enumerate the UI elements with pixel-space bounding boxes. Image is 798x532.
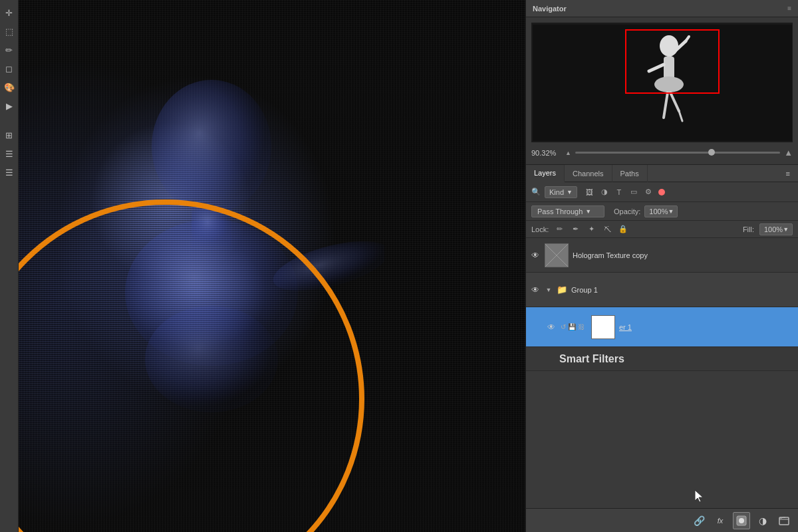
fill-input[interactable]: 100% ▼ bbox=[759, 223, 793, 235]
chain-icon: ⛓ bbox=[578, 323, 585, 331]
filter-kind-chevron: ▼ bbox=[567, 189, 573, 196]
arrange-tool[interactable]: ⊞ bbox=[2, 128, 17, 142]
svg-point-0 bbox=[152, 80, 271, 213]
properties-tool[interactable]: ☰ bbox=[2, 146, 17, 161]
visibility-group1[interactable]: 👁 bbox=[530, 285, 541, 295]
layers-panel: Layers Channels Paths ≡ 🔍 Kind ▼ 🖼 ◑ T ▭… bbox=[526, 165, 798, 532]
navigator-content: 90.32% ▲ ▲ bbox=[526, 17, 798, 164]
move-tool[interactable]: ✛ bbox=[2, 5, 17, 20]
canvas-area bbox=[19, 0, 525, 532]
smart-filters-label: Smart Filters bbox=[559, 353, 624, 365]
tab-layers[interactable]: Layers bbox=[526, 165, 565, 182]
layers-panel-menu[interactable]: ≡ bbox=[778, 165, 798, 182]
lock-label: Lock: bbox=[531, 225, 549, 233]
canvas-content bbox=[19, 0, 525, 532]
filter-icons: 🖼 ◑ T ▭ ⚙ bbox=[584, 186, 654, 198]
layers-filter-bar: 🔍 Kind ▼ 🖼 ◑ T ▭ ⚙ bbox=[526, 182, 798, 202]
tab-channels[interactable]: Channels bbox=[565, 165, 612, 182]
layers-lock-bar: Lock: ✏ ✒ ✦ ⛏ 🔒 Fill: 100% ▼ bbox=[526, 221, 798, 238]
svg-rect-22 bbox=[779, 517, 789, 525]
svg-rect-9 bbox=[664, 57, 674, 80]
opacity-arrow: ▼ bbox=[668, 208, 674, 215]
filter-active-dot bbox=[658, 189, 665, 196]
layers-blend-bar: Pass Through ▼ Opacity: 100% ▼ bbox=[526, 202, 798, 221]
adjustment-button[interactable]: ◑ bbox=[754, 512, 771, 529]
layers-tabs: Layers Channels Paths ≡ bbox=[526, 165, 798, 182]
zoom-max-icon[interactable]: ▲ bbox=[784, 148, 793, 158]
blend-mode-value: Pass Through bbox=[537, 207, 583, 215]
svg-point-21 bbox=[739, 518, 744, 523]
filter-smart-icon[interactable]: ⚙ bbox=[642, 186, 654, 198]
navigator-panel: Navigator ≡ bbox=[526, 0, 798, 165]
filter-kind-dropdown[interactable]: Kind ▼ bbox=[545, 186, 577, 198]
layer-item-group1[interactable]: 👁 ▼ 📁 Group 1 bbox=[526, 273, 798, 307]
right-panel: Navigator ≡ bbox=[525, 0, 798, 532]
lock-position-icon[interactable]: ✦ bbox=[586, 224, 597, 235]
layer-item-smart-filters: Smart Filters bbox=[526, 347, 798, 371]
blend-mode-dropdown[interactable]: Pass Through ▼ bbox=[531, 205, 604, 217]
lock-artboard-icon[interactable]: ⛏ bbox=[602, 224, 612, 235]
lock-transparent-icon[interactable]: ✏ bbox=[554, 224, 565, 235]
save-icon: 💾 bbox=[568, 323, 576, 331]
visibility-hologram[interactable]: 👁 bbox=[530, 250, 541, 261]
paint-bucket-tool[interactable]: 🎨 bbox=[2, 80, 17, 94]
zoom-slider-thumb[interactable] bbox=[708, 149, 715, 156]
navigator-title: Navigator bbox=[533, 5, 567, 13]
navigator-panel-header: Navigator ≡ bbox=[526, 0, 798, 17]
zoom-slider[interactable] bbox=[575, 152, 780, 154]
add-mask-button[interactable] bbox=[733, 512, 750, 529]
navigator-preview[interactable] bbox=[531, 23, 793, 142]
text-tool[interactable]: ☰ bbox=[2, 165, 17, 180]
thumb-layer1 bbox=[591, 315, 615, 339]
lock-all-icon[interactable]: 🔒 bbox=[618, 224, 628, 235]
new-group-button[interactable] bbox=[775, 512, 793, 529]
opacity-value: 100% bbox=[649, 207, 668, 215]
layers-bottom-bar: 🔗 fx ◑ bbox=[526, 508, 798, 532]
artboard-tool[interactable]: ⬚ bbox=[2, 24, 17, 39]
svg-point-4 bbox=[145, 306, 278, 412]
layer-item-layer1[interactable]: 👁 ↺ 💾 ⛓ er 1 bbox=[526, 307, 798, 347]
play-tool[interactable]: ▶ bbox=[2, 98, 17, 113]
layer-item-hologram-texture-copy[interactable]: 👁 Hologram Texture copy bbox=[526, 238, 798, 273]
blend-mode-chevron: ▼ bbox=[585, 208, 591, 215]
zoom-min-icon[interactable]: ▲ bbox=[565, 150, 571, 156]
folder-icon-group1: 📁 bbox=[557, 285, 567, 295]
fill-arrow: ▼ bbox=[783, 226, 789, 233]
lock-image-icon[interactable]: ✒ bbox=[570, 224, 581, 235]
opacity-label: Opacity: bbox=[614, 207, 640, 215]
layer-name-hologram: Hologram Texture copy bbox=[573, 251, 794, 259]
visibility-layer1[interactable]: 👁 bbox=[546, 322, 557, 332]
navigator-zoom-bar: 90.32% ▲ ▲ bbox=[531, 146, 793, 159]
tab-paths[interactable]: Paths bbox=[612, 165, 648, 182]
search-icon: 🔍 bbox=[531, 188, 541, 196]
zoom-percentage: 90.32% bbox=[531, 149, 561, 157]
layer-name-layer1: er 1 bbox=[619, 323, 632, 331]
expand-group1[interactable]: ▼ bbox=[545, 286, 553, 294]
svg-rect-19 bbox=[592, 316, 614, 338]
filter-kind-label: Kind bbox=[549, 188, 564, 196]
tool-panel: ✛ ⬚ ✏ ◻ 🎨 ▶ ⊞ ☰ ☰ bbox=[0, 0, 19, 532]
layer-name-group1: Group 1 bbox=[571, 286, 794, 294]
thumb-hologram bbox=[545, 243, 569, 267]
opacity-input[interactable]: 100% ▼ bbox=[644, 205, 678, 217]
filter-image-icon[interactable]: 🖼 bbox=[584, 186, 596, 198]
fill-label: Fill: bbox=[743, 225, 754, 233]
link-icon: ↺ bbox=[561, 323, 566, 331]
layers-list: 👁 Hologram Texture copy 👁 ▼ 📁 Group 1 👁 bbox=[526, 238, 798, 508]
brush-tool[interactable]: ✏ bbox=[2, 43, 17, 57]
svg-point-10 bbox=[654, 76, 684, 92]
add-fx-button[interactable]: fx bbox=[712, 512, 729, 529]
eraser-tool[interactable]: ◻ bbox=[2, 61, 17, 76]
svg-point-6 bbox=[660, 35, 678, 57]
filter-shape-icon[interactable]: ▭ bbox=[628, 186, 640, 198]
link-layers-button[interactable]: 🔗 bbox=[690, 512, 708, 529]
navigator-menu-icon[interactable]: ≡ bbox=[787, 5, 791, 12]
filter-type-icon[interactable]: T bbox=[613, 186, 625, 198]
fill-value: 100% bbox=[764, 225, 783, 233]
filter-adjustment-icon[interactable]: ◑ bbox=[598, 186, 610, 198]
